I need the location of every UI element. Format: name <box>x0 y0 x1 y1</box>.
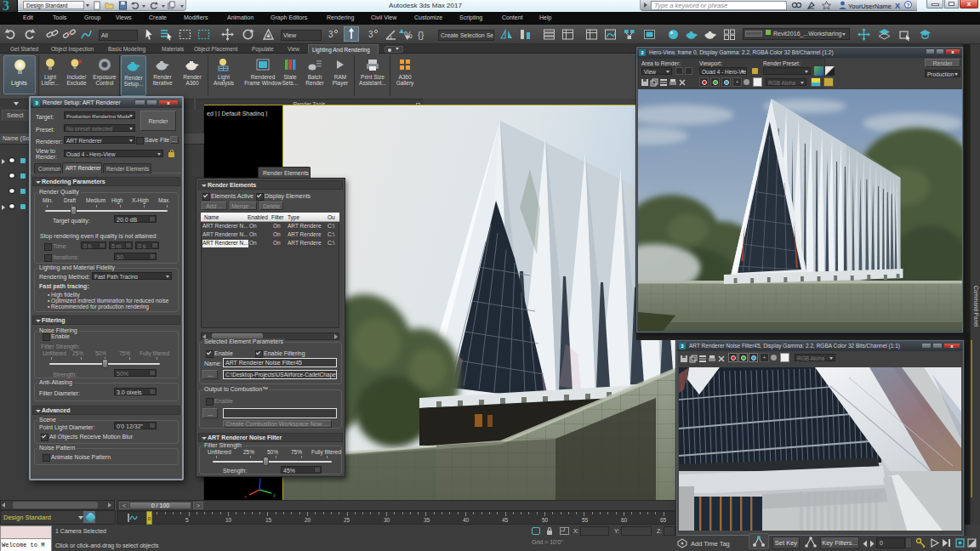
svg-text:✕: ✕ <box>77 59 83 65</box>
svg-text:3: 3 <box>328 30 333 39</box>
svg-text:x: x <box>244 494 247 498</box>
svg-text:3: 3 <box>368 30 373 39</box>
svg-text:y: y <box>273 492 276 497</box>
svg-text:{}: {} <box>418 30 424 40</box>
